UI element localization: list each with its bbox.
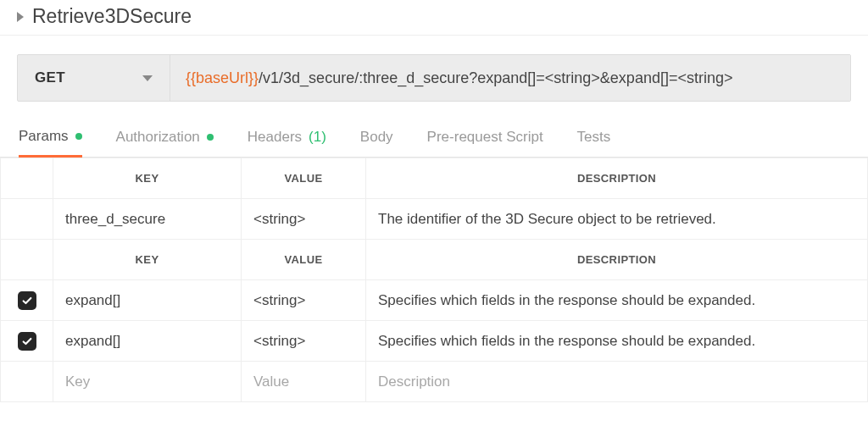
param-description-input[interactable]: The identifier of the 3D Secure object t… (366, 211, 867, 228)
params-active-dot-icon (75, 133, 82, 140)
params-table: KEY VALUE DESCRIPTION three_d_secure <st… (0, 158, 868, 402)
param-key-input[interactable]: expand[] (53, 292, 241, 309)
param-description-input[interactable]: Specifies which fields in the response s… (366, 292, 867, 309)
collapse-caret-icon[interactable] (17, 12, 24, 22)
param-key-input[interactable]: expand[] (53, 333, 241, 350)
request-tabs: Params Authorization Headers (1) Body Pr… (0, 117, 868, 158)
table-header-description: DESCRIPTION (366, 240, 868, 280)
param-value-input[interactable]: <string> (242, 333, 365, 350)
request-title: Retrieve3DSecure (32, 5, 192, 28)
table-row: expand[] <string> Specifies which fields… (1, 321, 868, 362)
table-header-value: VALUE (242, 240, 366, 280)
param-description-input[interactable]: Description (366, 373, 867, 390)
headers-count: (1) (309, 129, 326, 146)
tab-tests-label: Tests (577, 129, 611, 146)
table-header-key: KEY (53, 158, 242, 199)
http-method-label: GET (35, 69, 65, 86)
http-method-select[interactable]: GET (18, 55, 170, 101)
tab-tests[interactable]: Tests (577, 117, 611, 157)
tab-body-label: Body (360, 129, 393, 146)
request-url-input[interactable]: {{baseUrl}}/v1/3d_secure/:three_d_secure… (170, 55, 850, 101)
param-value-input[interactable]: Value (242, 373, 365, 390)
check-icon (21, 335, 33, 347)
table-header-description: DESCRIPTION (366, 158, 868, 199)
tab-authorization[interactable]: Authorization (116, 117, 214, 157)
tab-authorization-label: Authorization (116, 129, 200, 146)
tab-params[interactable]: Params (19, 118, 82, 158)
param-description-input[interactable]: Specifies which fields in the response s… (366, 333, 867, 350)
table-row: three_d_secure <string> The identifier o… (1, 199, 868, 240)
table-header-row: KEY VALUE DESCRIPTION (1, 240, 868, 280)
request-title-row: Retrieve3DSecure (0, 0, 868, 36)
table-row-new: Key Value Description (1, 362, 868, 402)
method-url-row: GET {{baseUrl}}/v1/3d_secure/:three_d_se… (17, 54, 851, 102)
auth-active-dot-icon (207, 134, 214, 141)
url-path: /v1/3d_secure/:three_d_secure?expand[]=<… (259, 69, 732, 87)
table-row: expand[] <string> Specifies which fields… (1, 280, 868, 321)
table-header-cell-blank (1, 158, 53, 199)
table-header-cell-blank (1, 240, 53, 280)
tab-prerequest-label: Pre-request Script (427, 129, 543, 146)
param-value-input[interactable]: <string> (242, 211, 365, 228)
table-header-key: KEY (53, 240, 242, 280)
row-checkbox[interactable] (18, 291, 36, 310)
param-key-input[interactable]: three_d_secure (53, 211, 241, 228)
param-value-input[interactable]: <string> (242, 292, 365, 309)
tab-prerequest-script[interactable]: Pre-request Script (427, 117, 543, 157)
chevron-down-icon (142, 75, 153, 81)
table-header-row: KEY VALUE DESCRIPTION (1, 158, 868, 199)
tab-params-label: Params (19, 128, 69, 145)
row-checkbox-cell (1, 362, 53, 402)
table-header-value: VALUE (242, 158, 366, 199)
tab-body[interactable]: Body (360, 117, 393, 157)
param-key-input[interactable]: Key (53, 373, 241, 390)
check-icon (21, 295, 33, 307)
url-variable: {{baseUrl}} (186, 69, 259, 87)
tab-headers[interactable]: Headers (1) (248, 117, 326, 157)
row-checkbox-cell (1, 199, 53, 240)
tab-headers-label: Headers (248, 129, 302, 146)
row-checkbox[interactable] (18, 332, 36, 351)
